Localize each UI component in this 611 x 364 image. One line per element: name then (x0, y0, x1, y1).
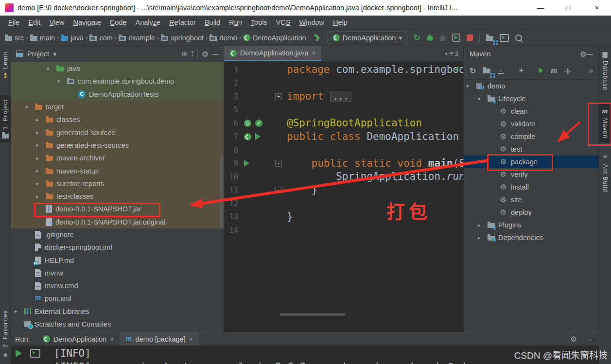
run-configuration-select[interactable]: DemoApplication ▾ (328, 32, 407, 44)
inspection-ok-icon[interactable]: ✓ (454, 64, 460, 73)
breadcrumb-src[interactable]: src (5, 34, 24, 42)
expand-arrow-icon[interactable]: ▾ (57, 78, 67, 85)
expand-arrow-icon[interactable]: ▸ (15, 308, 24, 314)
fold-marker[interactable]: + (275, 93, 282, 100)
expand-arrow-icon[interactable]: ▾ (478, 96, 488, 102)
spring-check-icon[interactable] (255, 120, 262, 127)
expand-arrow-icon[interactable]: ▾ (25, 104, 35, 110)
hide-panel-icon[interactable] (212, 50, 219, 58)
project-item[interactable]: mvnw.cmd (11, 279, 224, 292)
menu-build[interactable]: Build (200, 17, 225, 28)
reload-maven-icon[interactable] (470, 66, 476, 75)
gear-icon[interactable] (580, 50, 587, 59)
menu-analyze[interactable]: Analyze (131, 17, 165, 28)
run-tri-icon[interactable] (244, 160, 249, 167)
build-hammer-icon[interactable] (313, 34, 321, 42)
gear-icon[interactable] (570, 334, 577, 344)
spring-search-icon[interactable] (244, 120, 251, 127)
menu-code[interactable]: Code (105, 17, 131, 28)
tool-stripe-maven[interactable]: Maven (599, 103, 611, 143)
project-item[interactable]: ▾target (11, 101, 224, 113)
collapse-all-icon[interactable] (192, 51, 193, 57)
generate-sources-icon[interactable] (483, 69, 490, 73)
menu-run[interactable]: Run (225, 17, 246, 28)
project-item[interactable]: ▸surefire-reports (11, 177, 224, 190)
project-item[interactable]: DemoApplicationTests (11, 88, 224, 101)
expand-arrow-icon[interactable]: ▸ (36, 129, 46, 136)
expand-arrow-icon[interactable]: ▸ (36, 142, 46, 148)
close-tab-icon[interactable]: × (189, 335, 193, 343)
project-structure-icon[interactable] (486, 36, 493, 41)
tool-stripe-learn[interactable]: Learn (0, 47, 11, 82)
tool-stripe-database[interactable]: Database (599, 48, 611, 95)
maven-item-install[interactable]: install (464, 181, 599, 193)
run-tab-demo [package][interactable]: demo [package]× (120, 332, 198, 346)
maven-item-Lifecycle[interactable]: ▾Lifecycle (464, 92, 599, 105)
stop-icon[interactable] (467, 35, 473, 41)
expand-arrow-icon[interactable]: ▸ (36, 180, 46, 187)
tool-stripe-favorites[interactable]: 2: Favorites (0, 306, 11, 363)
project-item[interactable]: mvnw (11, 267, 224, 279)
chevron-down-icon[interactable]: ▾ (53, 50, 56, 58)
project-item[interactable]: ▾java (11, 62, 224, 75)
breadcrumb-java[interactable]: java (61, 34, 84, 42)
project-item[interactable]: ▾com.example.springboot.demo (11, 75, 224, 87)
project-item[interactable]: .gitignore (11, 228, 224, 241)
project-item[interactable]: ▸test-classes (11, 190, 224, 203)
breadcrumb-example[interactable]: example (119, 34, 155, 42)
fold-marker[interactable]: - (275, 160, 282, 167)
menu-navigate[interactable]: Navigate (69, 17, 105, 28)
project-item[interactable]: demo-0.0.1-SNAPSHOT.jar.original (11, 216, 224, 228)
maven-item-Dependencies[interactable]: ▸Dependencies (464, 231, 599, 244)
expand-arrow-icon[interactable]: ▸ (36, 155, 46, 161)
project-item[interactable]: docker-springboot.iml (11, 241, 224, 254)
project-item[interactable]: ▸classes (11, 113, 224, 126)
project-item[interactable]: HELP.md (11, 254, 224, 266)
run-tab-DemoApplication[interactable]: DemoApplication× (37, 332, 120, 346)
maven-item-verify[interactable]: verify (464, 168, 599, 181)
download-sources-icon[interactable] (498, 67, 504, 74)
rerun-icon[interactable] (414, 34, 420, 42)
breadcrumb-DemoApplication[interactable]: DemoApplication (243, 34, 306, 42)
expand-arrow-icon[interactable]: ▾ (47, 66, 56, 72)
menu-refactor[interactable]: Refactor (165, 17, 200, 28)
maven-item-clean[interactable]: clean (464, 105, 599, 118)
skip-tests-icon[interactable] (565, 66, 571, 75)
close-button[interactable]: × (583, 0, 611, 16)
breadcrumb-main[interactable]: main (30, 34, 55, 42)
expand-arrow-icon[interactable]: ▾ (466, 83, 476, 89)
project-panel-title[interactable]: Project (27, 50, 49, 58)
minimize-button[interactable]: — (526, 0, 555, 16)
expand-arrow-icon[interactable]: ▸ (36, 117, 46, 123)
add-maven-project-icon[interactable] (519, 66, 524, 75)
menu-edit[interactable]: Edit (24, 17, 45, 28)
maven-item-site[interactable]: site (464, 193, 599, 206)
project-scrollbar[interactable] (220, 156, 223, 228)
run-maven-goal-icon[interactable] (539, 68, 543, 73)
maven-item-compile[interactable]: compile (464, 130, 599, 143)
search-everywhere-icon[interactable] (515, 35, 522, 41)
profiler-icon[interactable] (439, 34, 446, 42)
fold-marker[interactable]: - (275, 187, 282, 193)
hide-panel-icon[interactable] (587, 50, 593, 58)
breadcrumb-springboot[interactable]: springboot (161, 34, 204, 42)
menu-file[interactable]: File (4, 17, 24, 28)
menu-vcs[interactable]: VCS (272, 17, 295, 28)
maven-item-package[interactable]: package (464, 156, 599, 168)
show-running-list-icon[interactable] (30, 349, 40, 358)
locate-file-icon[interactable] (181, 50, 188, 58)
maven-item-Plugins[interactable]: ▸Plugins (464, 219, 599, 231)
project-item[interactable]: pom.xml (11, 292, 224, 305)
project-item[interactable]: ▸External Libraries (11, 305, 224, 318)
execute-maven-goal-icon[interactable] (551, 66, 557, 75)
maven-item-deploy[interactable]: deploy (464, 206, 599, 219)
tab-demoapplication-java[interactable]: DemoApplication.java × (224, 46, 321, 61)
close-tab-icon[interactable]: × (312, 49, 315, 57)
run-with-coverage-icon[interactable] (452, 34, 460, 42)
maven-item-demo[interactable]: ▾demo (464, 80, 599, 92)
project-item[interactable]: ▸maven-status (11, 164, 224, 177)
expand-arrow-icon[interactable]: ▸ (478, 222, 488, 228)
spring-icon[interactable] (244, 133, 251, 140)
menu-tools[interactable]: Tools (246, 17, 272, 28)
project-item[interactable]: demo-0.0.1-SNAPSHOT.jar (11, 203, 224, 215)
